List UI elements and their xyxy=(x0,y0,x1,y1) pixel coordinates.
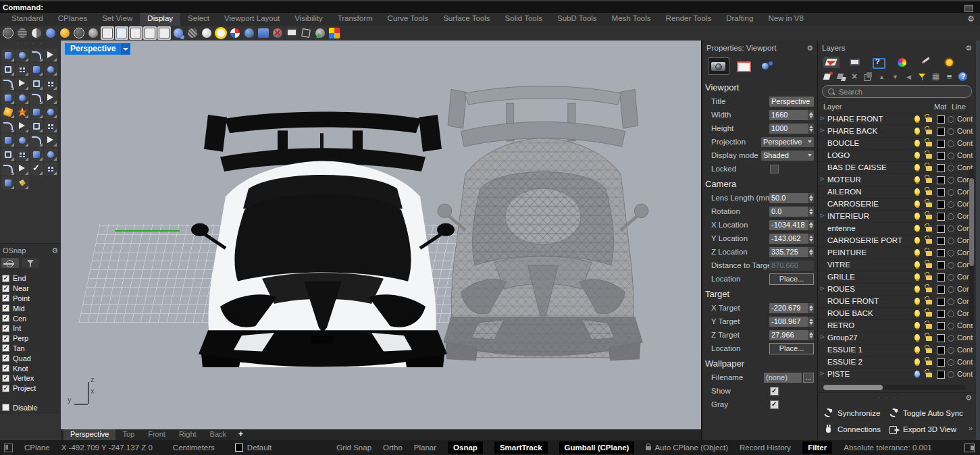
layer-on-bulb-icon[interactable] xyxy=(914,310,920,317)
layer-on-bulb-icon[interactable] xyxy=(914,334,920,341)
osnap-disable-row[interactable]: Disable xyxy=(0,403,61,413)
layer-lock-icon[interactable] xyxy=(926,300,932,304)
location-button[interactable]: Place... xyxy=(769,343,814,354)
layer-material-icon[interactable] xyxy=(948,262,954,269)
screen-capture-icon[interactable] xyxy=(285,26,299,40)
knot-checkbox[interactable]: ✓ xyxy=(2,365,9,372)
layer-lock-icon[interactable] xyxy=(926,227,932,232)
layer-row-piste[interactable]: ▷PISTECont xyxy=(818,369,976,381)
layer-color-swatch[interactable] xyxy=(937,346,945,354)
layer-row-vitre[interactable]: VITRECont xyxy=(818,259,976,271)
layer-name[interactable]: PEINTURE xyxy=(827,248,867,257)
point-checkbox[interactable]: ✓ xyxy=(2,294,9,302)
footer-gear-icon[interactable]: ⚙ xyxy=(965,394,972,402)
layer-lock-icon[interactable] xyxy=(926,203,932,207)
layer-lock-icon[interactable] xyxy=(926,154,932,159)
layer-name[interactable]: INTERIEUR xyxy=(827,212,869,220)
menu-tab-render-tools[interactable]: Render Tools xyxy=(659,13,719,26)
disable-checkbox[interactable] xyxy=(2,404,9,411)
layer-name[interactable]: ROUE FRONT xyxy=(827,297,879,305)
tan-checkbox[interactable]: ✓ xyxy=(2,344,9,352)
layer-lock-icon[interactable] xyxy=(926,190,932,195)
layer-linetype[interactable]: Cont xyxy=(957,151,973,159)
toggle-auto-sync-button[interactable]: Toggle Auto Sync xyxy=(889,408,963,418)
column-linetype[interactable]: Line xyxy=(952,103,966,111)
layer-material-icon[interactable] xyxy=(948,165,954,171)
layer-color-swatch[interactable] xyxy=(937,200,945,209)
layer-color-swatch[interactable] xyxy=(937,176,945,184)
osnap-gear-icon[interactable]: ⚙ xyxy=(51,246,58,255)
layer-linetype[interactable]: Cont xyxy=(957,127,973,135)
layer-color-swatch[interactable] xyxy=(937,164,945,172)
layer-name[interactable]: Group27 xyxy=(827,333,858,342)
vertex-checkbox[interactable]: ✓ xyxy=(2,375,9,382)
layer-row-roues[interactable]: ▷ROUESCont xyxy=(818,284,976,296)
layer-row-interieur[interactable]: ▷INTERIEURCont xyxy=(818,211,976,223)
menu-tab-viewport-layout[interactable]: Viewport Layout xyxy=(217,13,287,26)
x-location-field[interactable]: -1034.418 xyxy=(769,220,814,230)
osnap-option-vertex[interactable]: ✓Vertex xyxy=(2,373,61,383)
point-cloud-tool-icon[interactable] xyxy=(1,119,15,133)
new-layer-icon[interactable] xyxy=(823,72,832,81)
explode-tool-icon[interactable] xyxy=(1,105,15,119)
array-tool-icon[interactable] xyxy=(16,148,29,161)
camera-tab-icon[interactable] xyxy=(708,57,729,75)
layer-row-essuie-1[interactable]: ESSUIE 1Cont xyxy=(818,344,976,356)
height-field[interactable]: 1000 xyxy=(769,124,814,134)
osnap-option-mid[interactable]: ✓Mid xyxy=(2,303,61,313)
osnap-points-tab-icon[interactable] xyxy=(1,258,19,268)
layer-on-bulb-icon[interactable] xyxy=(914,115,920,122)
trim-tool-icon[interactable] xyxy=(30,105,43,119)
viewport-capture-icon[interactable] xyxy=(257,26,270,40)
mid-checkbox[interactable]: ✓ xyxy=(2,304,9,312)
layer-name[interactable]: PHARE FRONT xyxy=(827,115,883,123)
layer-linetype[interactable]: Cont xyxy=(957,115,973,123)
status-ortho[interactable]: Ortho xyxy=(383,444,403,452)
osnap-option-near[interactable]: ✓Near xyxy=(2,284,61,294)
status-centimeters[interactable]: Centimeters xyxy=(173,444,215,452)
layer-material-icon[interactable] xyxy=(948,371,954,378)
menu-tab-select[interactable]: Select xyxy=(180,13,217,26)
move-tool-icon[interactable] xyxy=(1,49,15,62)
layer-material-icon[interactable] xyxy=(948,311,954,317)
layer-material-icon[interactable] xyxy=(948,286,954,293)
layer-row-entenne[interactable]: entenneCont xyxy=(818,223,976,235)
layer-lock-icon[interactable] xyxy=(926,263,932,268)
box-tool-icon[interactable] xyxy=(1,91,15,105)
filter-layers-icon[interactable] xyxy=(918,72,927,81)
ghosted-display-icon[interactable] xyxy=(16,26,29,40)
layer-color-swatch[interactable] xyxy=(937,298,945,306)
delete-layer-icon[interactable] xyxy=(850,72,859,81)
status-smarttrack[interactable]: SmartTrack xyxy=(494,441,548,454)
new-sublayer-icon[interactable] xyxy=(837,72,846,81)
layer-material-icon[interactable] xyxy=(948,153,954,159)
layer-on-bulb-icon[interactable] xyxy=(914,286,920,292)
layers-horizontal-scrollbar[interactable] xyxy=(822,385,965,390)
layer-row-group27[interactable]: ▷Group27Cont xyxy=(818,332,976,344)
layer-name[interactable]: ESSUIE 2 xyxy=(827,358,862,366)
rectangle-tool-icon[interactable] xyxy=(44,63,57,76)
layer-material-icon[interactable] xyxy=(948,274,954,281)
command-bar[interactable]: Command: xyxy=(0,1,980,13)
layer-color-swatch[interactable] xyxy=(937,334,945,342)
copy-points-tool-icon[interactable] xyxy=(30,134,43,147)
freeform-curve-tool-icon[interactable] xyxy=(16,77,29,90)
lens-length-mm-field[interactable]: 50.0 xyxy=(769,193,814,203)
layer-material-icon[interactable] xyxy=(948,335,954,342)
locked-checkbox[interactable] xyxy=(770,165,779,173)
layer-lock-icon[interactable] xyxy=(926,373,932,377)
osnap-option-perp[interactable]: ✓Perp xyxy=(2,333,61,344)
status-grid-snap[interactable]: Grid Snap xyxy=(336,444,371,452)
surface-bend-tool-icon[interactable] xyxy=(44,77,57,90)
layer-linetype[interactable]: Cont xyxy=(957,358,973,366)
menu-tab-subd-tools[interactable]: SubD Tools xyxy=(550,13,604,26)
status-absolute-tolerance-0-001[interactable]: Absolute tolerance: 0.001 xyxy=(844,444,931,452)
curve-handles-tool-icon[interactable] xyxy=(30,49,43,62)
layer-color-swatch[interactable] xyxy=(937,371,945,379)
layer-grid-icon[interactable] xyxy=(931,72,940,81)
flat-shade-icon[interactable] xyxy=(200,26,213,40)
layer-on-bulb-icon[interactable] xyxy=(914,188,920,195)
menu-tab-cplanes[interactable]: CPlanes xyxy=(51,13,95,26)
layer-color-swatch[interactable] xyxy=(937,128,945,136)
layer-lock-icon[interactable] xyxy=(926,336,932,341)
